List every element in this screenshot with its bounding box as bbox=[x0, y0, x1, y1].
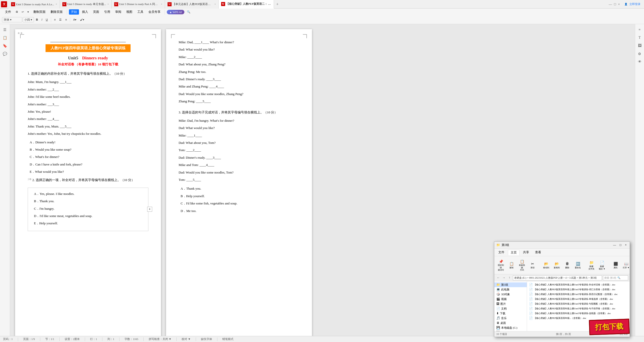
sidebar-settings-icon[interactable]: ⚙ bbox=[637, 51, 643, 57]
menu-member[interactable]: 会员专享 bbox=[146, 9, 163, 15]
file-6[interactable]: 📄 【核心突破】人教PEP版英语四年级上册Unit5专项训练-句子排序卷（含答案… bbox=[528, 306, 629, 311]
undo-btn[interactable]: ♻ bbox=[14, 10, 20, 14]
fe-tree-item-video[interactable]: 🎬 视频 bbox=[494, 297, 527, 302]
tab-3[interactable]: W Unit 5 Dinner is ready Part A 同步... × bbox=[112, 0, 165, 9]
tab-4[interactable]: W 【单元达标】人教PEP版英语四年级... × bbox=[165, 0, 219, 9]
fe-newitem-btn[interactable]: 📄 新建项目 ▼ bbox=[597, 260, 607, 271]
folder-icon: 📁 bbox=[496, 283, 500, 287]
sidebar-eye-icon[interactable]: 👁 bbox=[637, 59, 643, 65]
status-spell[interactable]: 拼写检查：关闭 ▼ bbox=[149, 337, 172, 341]
fe-rename-btn[interactable]: 🔤 重命名 bbox=[573, 261, 582, 270]
status-wax[interactable]: 蜡笔模式 bbox=[222, 337, 233, 341]
menu-file[interactable]: 文件 bbox=[3, 9, 13, 15]
fe-back-btn[interactable]: ← bbox=[496, 275, 501, 280]
fe-tree-item-desktop[interactable]: 🖥 桌面 bbox=[494, 321, 527, 325]
menu-page[interactable]: 页面 bbox=[91, 9, 101, 15]
align-left-btn[interactable]: ≡ bbox=[53, 18, 57, 22]
sidebar-image-icon[interactable]: 🖼 bbox=[637, 43, 643, 49]
sidebar-text-icon[interactable]: T bbox=[637, 35, 643, 41]
highlight-btn[interactable]: 🖌▾ bbox=[78, 18, 86, 22]
menu-view[interactable]: 视图 bbox=[124, 9, 134, 15]
close-icon[interactable]: × bbox=[618, 2, 620, 6]
file-3[interactable]: 📄 【核心突破】人教PEP版英语四年级上册Unit5专项训练-英语日记配套（含答… bbox=[528, 292, 629, 297]
login-btn[interactable]: 立即登录 bbox=[629, 2, 640, 6]
italic-btn[interactable]: I bbox=[40, 18, 44, 22]
menu-insert[interactable]: 插入 bbox=[80, 9, 90, 15]
font-size-dropdown[interactable]: 小四 ▾ bbox=[23, 17, 34, 22]
redo-btn[interactable]: ↩ bbox=[20, 10, 25, 14]
fe-tab-view[interactable]: 查看 bbox=[533, 250, 544, 255]
nav-icon[interactable]: ☰ bbox=[2, 27, 8, 33]
align-center-btn[interactable]: ☰ bbox=[58, 18, 63, 22]
minimize-icon[interactable]: — bbox=[609, 2, 612, 6]
fe-delete-btn[interactable]: 🗑 删除 bbox=[563, 261, 572, 270]
maximize-icon[interactable]: □ bbox=[614, 2, 616, 6]
tab-5[interactable]: W 【核心突破】人教PEP版英语二： □ × bbox=[219, 0, 274, 9]
menu-start[interactable]: 开始 bbox=[69, 9, 79, 15]
tab-close-3[interactable]: × bbox=[161, 3, 163, 6]
wps-ai-btn[interactable]: ▲ WPS AI bbox=[167, 10, 184, 14]
system-icon[interactable]: 文 bbox=[1, 1, 7, 7]
fe-move-btn[interactable]: 📂 移动到 bbox=[542, 261, 551, 270]
outline-icon[interactable]: 📋 bbox=[2, 35, 8, 41]
fe-tree-item-pics[interactable]: 🖼 图片 bbox=[494, 302, 527, 306]
download-banner[interactable]: 打包下载 bbox=[589, 319, 630, 335]
tab-close-2[interactable]: × bbox=[107, 3, 109, 6]
fe-newfolder-btn[interactable]: 📁 新建文件夹 bbox=[587, 260, 596, 271]
fe-tree-item-docs[interactable]: 📄 文档 bbox=[494, 306, 527, 311]
fe-close-btn[interactable]: × bbox=[625, 243, 627, 247]
fe-cut-btn[interactable]: ✂ 剪切 bbox=[528, 261, 537, 270]
tab-add[interactable]: + bbox=[274, 0, 281, 9]
menu-review[interactable]: 审阅 bbox=[113, 9, 123, 15]
fe-tree-item-dl[interactable]: ⬇ 下载 bbox=[494, 311, 527, 316]
fe-path-bar[interactable]: 老硬盘 (E:) > 0001-20231021-人教版PEP上册 > 4 > … bbox=[513, 275, 602, 280]
status-sep3 bbox=[59, 337, 60, 341]
more-btn[interactable]: ▾ bbox=[26, 10, 30, 14]
fe-tree-item-pc[interactable]: 💻 此电脑 bbox=[494, 287, 527, 292]
file-4[interactable]: 📄 【核心突破】人教PEP版英语四年级上册Unit5专项训练-单项选择（含答案）… bbox=[528, 297, 629, 302]
fe-open-btn[interactable]: 📖 打开 ▼ bbox=[622, 261, 630, 270]
fe-props-btn[interactable]: ⬛ 属性 bbox=[611, 261, 620, 270]
d3-9: Tom: ____5____ bbox=[179, 177, 299, 183]
color-btn[interactable]: A▾ bbox=[72, 18, 78, 22]
menu-copy-page[interactable]: 翻制页面 bbox=[31, 9, 48, 15]
fe-tree-item-c[interactable]: 💾 本地磁盘 (C:) bbox=[494, 325, 527, 330]
menu-reference[interactable]: 引用 bbox=[102, 9, 112, 15]
menu-delete-page[interactable]: 删除页面 bbox=[49, 9, 65, 15]
bold-btn[interactable]: B bbox=[34, 18, 39, 22]
fe-paste-btn[interactable]: 📋 粘贴快捷方式 bbox=[517, 258, 527, 272]
status-review[interactable]: 校对 ▼ bbox=[182, 337, 191, 341]
align-right-btn[interactable]: ≡ bbox=[64, 18, 68, 22]
tab-close-1[interactable]: × bbox=[56, 3, 57, 6]
tab-1[interactable]: W Unit 5 Dinner is ready Part A Le... × bbox=[9, 0, 60, 9]
file-2[interactable]: 📄 【核心突破】人教PEP版英语四年级上册Unit5专项训练-词汇分类卷（含答案… bbox=[528, 287, 629, 292]
menu-tools[interactable]: 工具 bbox=[135, 9, 145, 15]
fe-tab-home[interactable]: 主页 bbox=[508, 250, 519, 255]
fe-minimize-btn[interactable]: — bbox=[613, 243, 616, 247]
add-content-btn[interactable]: + bbox=[147, 207, 152, 212]
search-btn[interactable]: 🔍 bbox=[185, 10, 192, 14]
fe-tab-share[interactable]: 共享 bbox=[520, 250, 532, 255]
sidebar-nav-icon[interactable]: ≡ bbox=[637, 27, 643, 33]
file-1[interactable]: 📄 【核心突破】人教PEP版英语四年级上册Unit5专项训练-补全对话卷（含答案… bbox=[528, 282, 629, 287]
font-name-dropdown[interactable]: 宋体 ▾ bbox=[2, 17, 22, 22]
fe-up-btn[interactable]: ↑ bbox=[507, 275, 512, 280]
fe-forward-btn[interactable]: → bbox=[501, 275, 506, 280]
fe-copy-btn[interactable]: 📋 复制 bbox=[507, 261, 516, 270]
fe-copyto-btn[interactable]: 📂 复制到 bbox=[552, 261, 561, 270]
tab-close-4[interactable]: × bbox=[214, 3, 216, 6]
file-7[interactable]: 📄 【核心突破】人教PEP版英语四年级上册Unit5专项训练-连线题（含答案）.… bbox=[528, 311, 629, 316]
bookmark-icon[interactable]: 🔖 bbox=[2, 43, 8, 49]
underline-btn[interactable]: U bbox=[44, 18, 49, 22]
fe-tree-item-music[interactable]: 🎵 音乐 bbox=[494, 316, 527, 321]
comment-icon[interactable]: 💬 bbox=[2, 51, 8, 57]
fe-search-input[interactable]: 搜索 第5组 🔍 bbox=[603, 275, 628, 280]
fe-pin-btn[interactable]: 📌 固定到快速访问 bbox=[496, 258, 505, 272]
dialogue-1-5: John: Yes, please! bbox=[28, 109, 148, 114]
fe-tree-item-group5[interactable]: 📁 第5组 bbox=[494, 282, 527, 287]
file-5[interactable]: 📄 【核心突破】人教PEP版英语四年级上册Unit5专项训练-句型图配（含答案）… bbox=[528, 302, 629, 306]
fe-tab-file[interactable]: 文件 bbox=[496, 250, 507, 255]
tab-2[interactable]: W Unit 5 Dinner is ready 单元专题... × bbox=[60, 0, 112, 9]
fe-tree-item-3d[interactable]: 🎲 3D对象 bbox=[494, 292, 527, 297]
fe-maximize-btn[interactable]: □ bbox=[620, 243, 621, 247]
